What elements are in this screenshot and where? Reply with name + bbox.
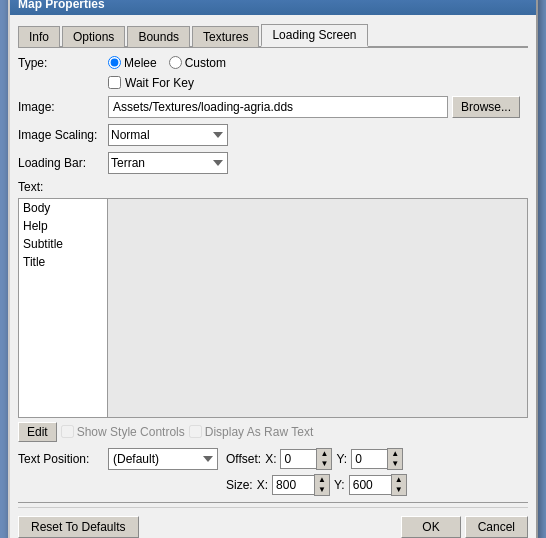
size-x-up[interactable]: ▲ bbox=[315, 475, 329, 485]
type-label: Type: bbox=[18, 56, 108, 70]
text-edit-area[interactable] bbox=[108, 198, 528, 418]
show-style-controls-checkbox bbox=[61, 425, 74, 438]
offset-x-input-group: ▲ ▼ bbox=[280, 448, 332, 470]
display-raw-text-label: Display As Raw Text bbox=[205, 425, 314, 439]
cancel-button[interactable]: Cancel bbox=[465, 516, 528, 538]
tab-textures[interactable]: Textures bbox=[192, 26, 259, 47]
text-section-label: Text: bbox=[18, 180, 528, 194]
size-x-down[interactable]: ▼ bbox=[315, 485, 329, 495]
tab-options[interactable]: Options bbox=[62, 26, 125, 47]
offset-y-spin: ▲ ▼ bbox=[387, 448, 403, 470]
type-melee-radio[interactable] bbox=[108, 56, 121, 69]
show-style-controls-group: Show Style Controls bbox=[61, 425, 185, 439]
tab-info[interactable]: Info bbox=[18, 26, 60, 47]
size-row: Size: X: ▲ ▼ Y: ▲ ▼ bbox=[18, 474, 528, 496]
reset-button[interactable]: Reset To Defaults bbox=[18, 516, 139, 538]
image-input[interactable] bbox=[108, 96, 448, 118]
type-melee-label: Melee bbox=[124, 56, 157, 70]
image-scaling-row: Image Scaling: Normal Stretched Tiled bbox=[18, 124, 528, 146]
offset-label: Offset: bbox=[226, 452, 261, 466]
window-title: Map Properties bbox=[18, 0, 105, 11]
size-y-up[interactable]: ▲ bbox=[392, 475, 406, 485]
type-custom-option[interactable]: Custom bbox=[169, 56, 226, 70]
type-row: Type: Melee Custom bbox=[18, 56, 528, 70]
offset-y-down[interactable]: ▼ bbox=[388, 459, 402, 469]
bottom-controls: Edit Show Style Controls Display As Raw … bbox=[18, 422, 528, 442]
offset-x-input[interactable] bbox=[280, 449, 316, 469]
image-row: Image: Browse... bbox=[18, 96, 528, 118]
title-bar: Map Properties bbox=[10, 0, 536, 15]
size-x-input[interactable] bbox=[272, 475, 314, 495]
size-text-label: Size: bbox=[226, 478, 253, 492]
offset-y-up[interactable]: ▲ bbox=[388, 449, 402, 459]
wait-for-key-row: Wait For Key bbox=[108, 76, 528, 90]
loading-bar-select[interactable]: Terran Zerg Protoss None bbox=[108, 152, 228, 174]
display-raw-text-checkbox bbox=[189, 425, 202, 438]
footer-divider bbox=[18, 502, 528, 503]
text-item-help[interactable]: Help bbox=[19, 217, 107, 235]
footer: Reset To Defaults OK Cancel bbox=[18, 507, 528, 538]
text-area-container: Body Help Subtitle Title bbox=[18, 198, 528, 418]
text-position-select[interactable]: (Default) bbox=[108, 448, 218, 470]
footer-right: OK Cancel bbox=[401, 516, 528, 538]
wait-for-key-checkbox[interactable] bbox=[108, 76, 121, 89]
edit-button[interactable]: Edit bbox=[18, 422, 57, 442]
show-style-controls-label: Show Style Controls bbox=[77, 425, 185, 439]
type-custom-radio[interactable] bbox=[169, 56, 182, 69]
text-position-row: Text Position: (Default) Offset: X: ▲ ▼ … bbox=[18, 448, 528, 470]
offset-group: Offset: X: ▲ ▼ Y: ▲ ▼ bbox=[226, 448, 403, 470]
offset-x-label: X: bbox=[265, 452, 276, 466]
tab-bar: Info Options Bounds Textures Loading Scr… bbox=[18, 23, 528, 48]
position-section: Text Position: (Default) Offset: X: ▲ ▼ … bbox=[18, 448, 528, 496]
browse-button[interactable]: Browse... bbox=[452, 96, 520, 118]
size-y-down[interactable]: ▼ bbox=[392, 485, 406, 495]
offset-x-up[interactable]: ▲ bbox=[317, 449, 331, 459]
loading-bar-row: Loading Bar: Terran Zerg Protoss None bbox=[18, 152, 528, 174]
offset-y-input-group: ▲ ▼ bbox=[351, 448, 403, 470]
size-y-label: Y: bbox=[334, 478, 345, 492]
offset-y-label: Y: bbox=[336, 452, 347, 466]
offset-x-spin: ▲ ▼ bbox=[316, 448, 332, 470]
type-radio-group: Melee Custom bbox=[108, 56, 226, 70]
size-x-label: X: bbox=[257, 478, 268, 492]
offset-x-down[interactable]: ▼ bbox=[317, 459, 331, 469]
size-y-input[interactable] bbox=[349, 475, 391, 495]
size-y-input-group: ▲ ▼ bbox=[349, 474, 407, 496]
text-position-label: Text Position: bbox=[18, 452, 108, 466]
offset-y-input[interactable] bbox=[351, 449, 387, 469]
image-label: Image: bbox=[18, 100, 108, 114]
display-raw-text-group: Display As Raw Text bbox=[189, 425, 314, 439]
text-item-subtitle[interactable]: Subtitle bbox=[19, 235, 107, 253]
tab-loading-screen[interactable]: Loading Screen bbox=[261, 24, 367, 47]
image-scaling-select[interactable]: Normal Stretched Tiled bbox=[108, 124, 228, 146]
type-custom-label: Custom bbox=[185, 56, 226, 70]
tab-bounds[interactable]: Bounds bbox=[127, 26, 190, 47]
image-scaling-label: Image Scaling: bbox=[18, 128, 108, 142]
size-x-spin: ▲ ▼ bbox=[314, 474, 330, 496]
text-list: Body Help Subtitle Title bbox=[18, 198, 108, 418]
size-group: Size: X: ▲ ▼ Y: ▲ ▼ bbox=[226, 474, 407, 496]
loading-bar-label: Loading Bar: bbox=[18, 156, 108, 170]
ok-button[interactable]: OK bbox=[401, 516, 460, 538]
wait-for-key-label: Wait For Key bbox=[125, 76, 194, 90]
size-y-spin: ▲ ▼ bbox=[391, 474, 407, 496]
text-item-title[interactable]: Title bbox=[19, 253, 107, 271]
map-properties-window: Map Properties Info Options Bounds Textu… bbox=[8, 0, 538, 538]
type-melee-option[interactable]: Melee bbox=[108, 56, 157, 70]
size-x-input-group: ▲ ▼ bbox=[272, 474, 330, 496]
text-item-body[interactable]: Body bbox=[19, 199, 107, 217]
